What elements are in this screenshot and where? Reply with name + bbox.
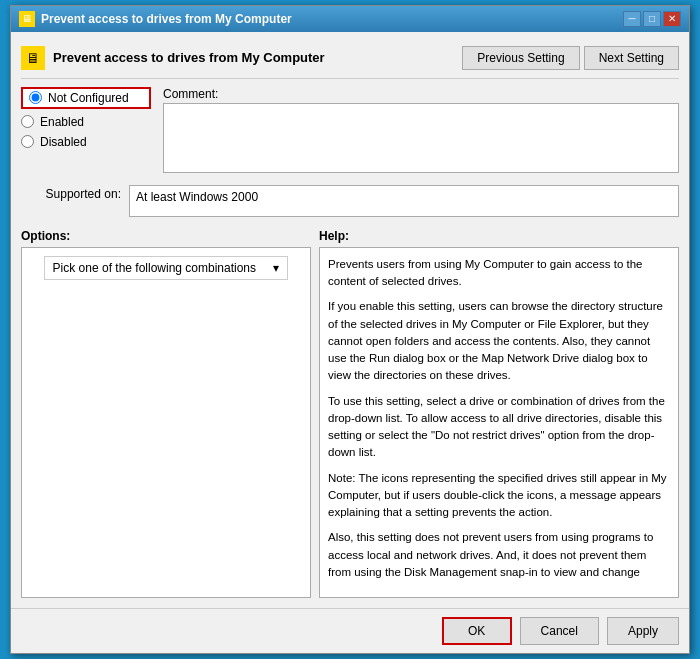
help-para-2: To use this setting, select a drive or c…	[328, 393, 670, 462]
comment-label: Comment:	[163, 87, 679, 101]
minimize-button[interactable]: ─	[623, 11, 641, 27]
dialog-icon: 🖥	[19, 11, 35, 27]
title-bar-left: 🖥 Prevent access to drives from My Compu…	[19, 11, 292, 27]
radio-enabled-label: Enabled	[40, 115, 84, 129]
help-para-1: If you enable this setting, users can br…	[328, 298, 670, 384]
nav-buttons: Previous Setting Next Setting	[462, 46, 679, 70]
comment-textarea[interactable]	[163, 103, 679, 173]
radio-disabled-input[interactable]	[21, 135, 34, 148]
dialog-footer: OK Cancel Apply	[11, 608, 689, 653]
radio-enabled-input[interactable]	[21, 115, 34, 128]
help-para-0: Prevents users from using My Computer to…	[328, 256, 670, 291]
radio-enabled[interactable]: Enabled	[21, 115, 151, 129]
radio-not-configured[interactable]: Not Configured	[21, 87, 151, 109]
title-controls: ─ □ ✕	[623, 11, 681, 27]
ok-button[interactable]: OK	[442, 617, 512, 645]
supported-on-value: At least Windows 2000	[129, 185, 679, 217]
help-box: Prevents users from using My Computer to…	[319, 247, 679, 598]
apply-button[interactable]: Apply	[607, 617, 679, 645]
next-setting-button[interactable]: Next Setting	[584, 46, 679, 70]
header-title-area: 🖥 Prevent access to drives from My Compu…	[21, 46, 325, 70]
dialog-body: 🖥 Prevent access to drives from My Compu…	[11, 32, 689, 608]
title-bar-text: Prevent access to drives from My Compute…	[41, 12, 292, 26]
supported-on-label: Supported on:	[21, 185, 121, 201]
header-row: 🖥 Prevent access to drives from My Compu…	[21, 42, 679, 79]
help-para-3: Note: The icons representing the specifi…	[328, 470, 670, 522]
previous-setting-button[interactable]: Previous Setting	[462, 46, 579, 70]
options-panel: Options: Pick one of the following combi…	[21, 229, 311, 598]
main-dialog: 🖥 Prevent access to drives from My Compu…	[10, 5, 690, 654]
dialog-heading: Prevent access to drives from My Compute…	[53, 50, 325, 65]
radio-disabled-label: Disabled	[40, 135, 87, 149]
options-dropdown[interactable]: Pick one of the following combinations ▾	[44, 256, 289, 280]
config-section: Not Configured Enabled Disabled Comment:	[21, 87, 679, 173]
header-icon: 🖥	[21, 46, 45, 70]
radio-disabled[interactable]: Disabled	[21, 135, 151, 149]
cancel-button[interactable]: Cancel	[520, 617, 599, 645]
options-dropdown-label: Pick one of the following combinations	[53, 261, 256, 275]
maximize-button[interactable]: □	[643, 11, 661, 27]
comment-area: Comment:	[163, 87, 679, 173]
supported-row: Supported on: At least Windows 2000	[21, 185, 679, 217]
close-button[interactable]: ✕	[663, 11, 681, 27]
help-para-4: Also, this setting does not prevent user…	[328, 529, 670, 581]
help-panel: Help: Prevents users from using My Compu…	[319, 229, 679, 598]
chevron-down-icon: ▾	[273, 261, 279, 275]
main-content: Options: Pick one of the following combi…	[21, 229, 679, 598]
options-header: Options:	[21, 229, 311, 243]
options-box: Pick one of the following combinations ▾	[21, 247, 311, 598]
radio-not-configured-input[interactable]	[29, 91, 42, 104]
help-header: Help:	[319, 229, 679, 243]
radio-not-configured-label: Not Configured	[48, 91, 129, 105]
title-bar: 🖥 Prevent access to drives from My Compu…	[11, 6, 689, 32]
radio-group: Not Configured Enabled Disabled	[21, 87, 151, 149]
